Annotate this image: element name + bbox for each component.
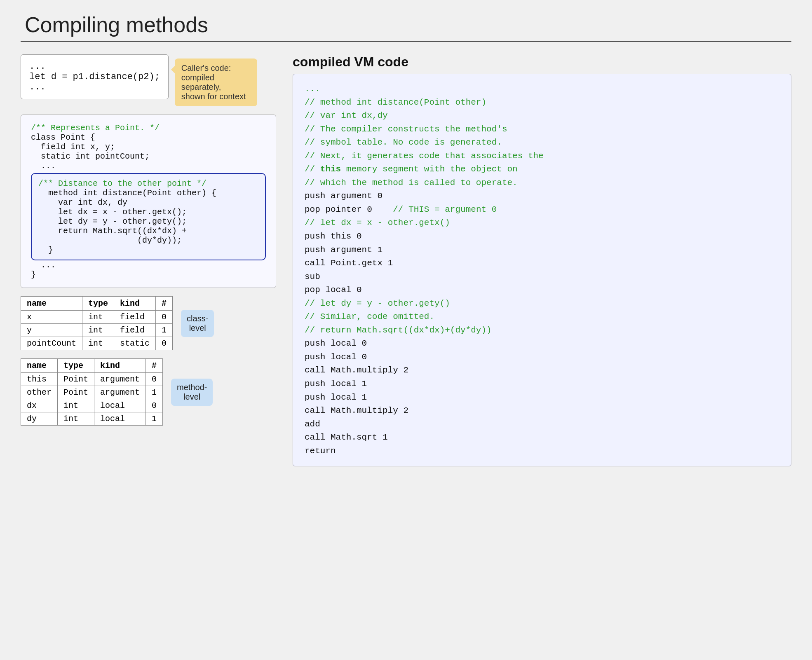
class-row2-num: 1 xyxy=(156,324,173,337)
method-row4-kind: local xyxy=(94,412,146,426)
class-line-3: static int pointCount; xyxy=(31,152,266,161)
caller-bubble: Caller's code: compiled separately, show… xyxy=(175,59,257,106)
vm-comment-similar: // Similar, code omitted. xyxy=(305,310,779,324)
vm-call-multiply-a: call Math.multiply 2 xyxy=(305,364,779,377)
vm-push-local1-b: push local 1 xyxy=(305,391,779,405)
class-th-name: name xyxy=(21,297,82,311)
method-row3-name: dx xyxy=(21,399,58,412)
class-row1-num: 0 xyxy=(156,311,173,324)
class-th-num: # xyxy=(156,297,173,311)
method-th-kind: kind xyxy=(94,359,146,373)
vm-line-4: // The compiler constructs the method's xyxy=(305,123,779,136)
class-level-label: class- level xyxy=(181,310,214,337)
class-row1-kind: field xyxy=(114,311,156,324)
method-row1-name: this xyxy=(21,373,58,386)
vm-push-local0-b: push local 0 xyxy=(305,351,779,364)
table-row: y int field 1 xyxy=(21,324,173,337)
vm-pop-local0: pop local 0 xyxy=(305,283,779,297)
vm-push-local1-a: push local 1 xyxy=(305,377,779,391)
vm-comment-return: // return Math.sqrt((dx*dx)+(dy*dy)) xyxy=(305,324,779,337)
vm-line-7: // this memory segment with the object o… xyxy=(305,163,779,176)
class-line-1: class Point { xyxy=(31,133,266,142)
method-row4-num: 1 xyxy=(146,412,163,426)
class-row3-num: 0 xyxy=(156,337,173,350)
vm-push-this0: push this 0 xyxy=(305,230,779,243)
class-table-wrapper: name type kind # x int field 0 xyxy=(21,296,173,350)
method-dx: let dx = x - other.getx(); xyxy=(38,207,258,217)
class-label-line1: class- xyxy=(187,314,208,323)
table-row: pointCount int static 0 xyxy=(21,337,173,350)
left-panel: ... let d = p1.distance(p2); ... Caller'… xyxy=(21,54,276,426)
method-row1-num: 0 xyxy=(146,373,163,386)
method-row1-kind: argument xyxy=(94,373,146,386)
vm-call-multiply-b: call Math.multiply 2 xyxy=(305,404,779,418)
method-level-label: method- level xyxy=(171,379,213,406)
vm-line-8: // which the method is called to operate… xyxy=(305,176,779,190)
class-row2-kind: field xyxy=(114,324,156,337)
method-tables-section: name type kind # this Point argument 0 xyxy=(21,358,276,426)
symbol-tables-section: name type kind # x int field 0 xyxy=(21,296,276,350)
class-comment: /** Represents a Point. */ xyxy=(31,123,266,133)
method-return2: (dy*dy)); xyxy=(38,236,258,245)
vm-pop-pointer: pop pointer 0 // THIS = argument 0 xyxy=(305,203,779,217)
class-line-4: ... xyxy=(31,161,266,171)
class-dots: ... xyxy=(31,260,266,270)
method-th-type: type xyxy=(58,359,94,373)
caller-line-2: let d = p1.distance(p2); xyxy=(29,72,160,82)
class-line-2: field int x, y; xyxy=(31,142,266,152)
method-row2-kind: argument xyxy=(94,386,146,399)
method-th-num: # xyxy=(146,359,163,373)
caller-bubble-line1: Caller's code: xyxy=(181,63,251,73)
method-symbol-table: name type kind # this Point argument 0 xyxy=(21,358,163,426)
method-row3-kind: local xyxy=(94,399,146,412)
class-row1-type: int xyxy=(82,311,114,324)
method-th-name: name xyxy=(21,359,58,373)
method-row1-type: Point xyxy=(58,373,94,386)
method-table-wrapper: name type kind # this Point argument 0 xyxy=(21,358,163,426)
class-row3-kind: static xyxy=(114,337,156,350)
method-row2-num: 1 xyxy=(146,386,163,399)
vm-line-2: // method int distance(Point other) xyxy=(305,96,779,110)
vm-line-1: ... xyxy=(305,82,779,96)
vm-call-sqrt: call Math.sqrt 1 xyxy=(305,431,779,445)
caller-box-row: ... let d = p1.distance(p2); ... Caller'… xyxy=(21,54,276,106)
table-row: dy int local 1 xyxy=(21,412,163,426)
vm-comment-dx: // let dx = x - other.getx() xyxy=(305,216,779,230)
method-label-line1: method- xyxy=(177,383,207,392)
method-row3-num: 0 xyxy=(146,399,163,412)
vm-sub: sub xyxy=(305,270,779,284)
method-close: } xyxy=(38,245,258,255)
vm-line-3: // var int dx,dy xyxy=(305,109,779,123)
class-th-kind: kind xyxy=(114,297,156,311)
caller-line-1: ... xyxy=(29,61,160,72)
right-panel: compiled VM code ... // method int dista… xyxy=(293,54,791,466)
class-row3-type: int xyxy=(82,337,114,350)
method-row3-type: int xyxy=(58,399,94,412)
vm-code-box: ... // method int distance(Point other) … xyxy=(293,74,791,466)
method-row2-type: Point xyxy=(58,386,94,399)
vm-call-getx: call Point.getx 1 xyxy=(305,257,779,270)
method-return1: return Math.sqrt((dx*dx) + xyxy=(38,226,258,236)
vm-add: add xyxy=(305,418,779,431)
class-end: } xyxy=(31,270,266,279)
table-row: dx int local 0 xyxy=(21,399,163,412)
table-row: x int field 0 xyxy=(21,311,173,324)
method-comment: /** Distance to the other point */ xyxy=(38,179,258,188)
class-row2-name: y xyxy=(21,324,82,337)
caller-code-box: ... let d = p1.distance(p2); ... xyxy=(21,54,169,99)
method-var: var int dx, dy xyxy=(38,198,258,207)
class-symbol-table: name type kind # x int field 0 xyxy=(21,296,173,350)
caller-line-3: ... xyxy=(29,82,160,92)
page-title: Compiling methods xyxy=(21,12,791,37)
vm-push-arg0: push argument 0 xyxy=(305,190,779,203)
method-row2-name: other xyxy=(21,386,58,399)
vm-push-local0-a: push local 0 xyxy=(305,337,779,351)
table-row: other Point argument 1 xyxy=(21,386,163,399)
method-highlight-box: /** Distance to the other point */ metho… xyxy=(31,173,266,260)
class-row1-name: x xyxy=(21,311,82,324)
caller-bubble-line3: shown for context xyxy=(181,92,251,101)
vm-line-5: // symbol table. No code is generated. xyxy=(305,136,779,150)
method-row4-type: int xyxy=(58,412,94,426)
table-row: this Point argument 0 xyxy=(21,373,163,386)
method-sig: method int distance(Point other) { xyxy=(38,188,258,198)
